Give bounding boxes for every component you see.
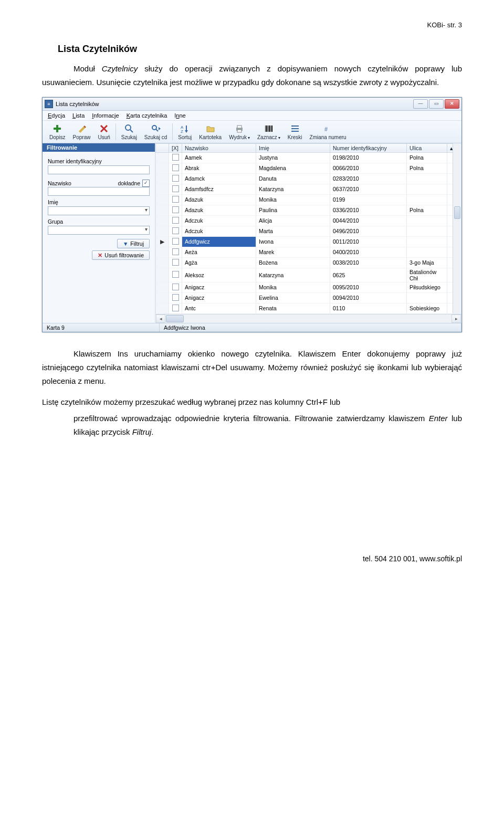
menu-lista[interactable]: Lista <box>72 112 85 119</box>
menu-karta[interactable]: Karta czytelnika <box>127 112 167 119</box>
minimize-button[interactable]: — <box>413 99 428 109</box>
svg-marker-2 <box>79 127 85 133</box>
menu-inne[interactable]: Inne <box>174 112 185 119</box>
svg-marker-10 <box>159 127 161 130</box>
tb-szukaj[interactable]: Szukaj <box>118 122 141 141</box>
titlebar: ≡ Lista czytelników — ▭ ✕ <box>43 98 461 111</box>
maximize-button[interactable]: ▭ <box>429 99 444 109</box>
page-footer: tel. 504 210 001, www.softik.pl <box>42 554 462 563</box>
btn-usun-filtrowanie[interactable]: ✕ Usuń filtrowanie <box>92 250 150 260</box>
svg-rect-22 <box>270 125 271 132</box>
tb-popraw[interactable]: Popraw <box>69 122 94 141</box>
print-icon <box>229 123 250 134</box>
svg-marker-14 <box>185 130 188 133</box>
svg-point-29 <box>291 130 292 131</box>
svg-rect-19 <box>266 125 267 132</box>
col-numer[interactable]: Numer identyfikacyjny <box>330 143 407 152</box>
tb-zaznacz[interactable]: Zaznacz▾ <box>254 122 284 141</box>
sidebar-filter: Filtrowanie Numer identyfikacyjny Nazwis… <box>43 143 155 323</box>
vertical-scrollbar[interactable] <box>453 143 461 313</box>
tb-szukaj-cd[interactable]: Szukaj cd <box>141 122 171 141</box>
table-row[interactable]: AgżaBożena0038/20103-go Maja <box>156 257 461 268</box>
table-row[interactable]: AntcRenata0110Sobieskiego <box>156 303 461 313</box>
window-lista-czytelnikow: ≡ Lista czytelników — ▭ ✕ Edycja Lista I… <box>42 97 462 332</box>
search-icon <box>121 123 137 134</box>
app-icon: ≡ <box>45 100 53 108</box>
menu-edycja[interactable]: Edycja <box>48 112 65 119</box>
statusbar: Karta 9 Addfgwicz Iwona <box>43 323 461 332</box>
table-row[interactable]: AdamckDanuta0283/2010 <box>156 173 461 184</box>
table-row[interactable]: AnigaczMonika0095/2010Piłsudskiego <box>156 282 461 292</box>
lbl-nazwisko: Nazwisko <box>48 180 71 186</box>
menu-informacje[interactable]: Informacje <box>92 112 119 119</box>
svg-text:#: # <box>324 126 328 132</box>
edit-icon <box>73 123 91 134</box>
list-icon <box>288 123 302 134</box>
page-header-right: KOBi- str. 3 <box>42 21 462 29</box>
x-icon: ✕ <box>98 252 102 258</box>
table-row[interactable]: AdazukMonika0199 <box>156 194 461 205</box>
table-row[interactable]: AdamfsdfczKatarzyna0637/2010 <box>156 184 461 194</box>
col-ulica[interactable]: Ulica <box>407 143 447 152</box>
input-numer[interactable] <box>48 165 150 174</box>
table-row[interactable]: AbrakMagdalena0066/2010Polna <box>156 163 461 173</box>
tb-zmiana-numeru[interactable]: # Zmiana numeru <box>306 122 350 141</box>
col-imie[interactable]: Imię <box>256 143 330 152</box>
svg-rect-20 <box>268 125 268 132</box>
window-title: Lista czytelników <box>56 101 99 107</box>
paragraph-3a: Listę czytelników możemy przeszukać wedł… <box>42 395 462 409</box>
table-row[interactable]: AdczukMarta0496/2010 <box>156 226 461 236</box>
paragraph-3b: przefiltrować wprowadzając odpowiednie k… <box>42 412 462 439</box>
paragraph-2: Klawiszem Ins uruchamiamy okienko nowego… <box>42 347 462 389</box>
checkbox-dokladne[interactable]: dokładne ✓ <box>118 180 150 187</box>
btn-filtruj[interactable]: ▼ Filtruj <box>117 239 150 248</box>
col-indicator <box>156 143 169 152</box>
col-nazwisko[interactable]: Nazwisko <box>182 143 256 152</box>
delete-icon <box>98 123 110 134</box>
tb-kreski[interactable]: Kreski <box>284 122 306 141</box>
svg-rect-16 <box>237 125 242 128</box>
folder-icon <box>199 123 222 134</box>
tb-sortuj[interactable]: AZ Sortuj <box>174 122 195 141</box>
tb-wydruk[interactable]: Wydruk▾ <box>225 122 254 141</box>
data-grid[interactable]: [X] Nazwisko Imię Numer identyfikacyjny … <box>155 143 461 323</box>
toolbar: Dopisz Popraw Usuń Szukaj Szukaj cd AZ <box>43 121 461 143</box>
tb-usun[interactable]: Usuń <box>94 122 113 141</box>
tb-kartoteka[interactable]: Kartoteka <box>195 122 225 141</box>
col-check[interactable]: [X] <box>169 143 182 152</box>
svg-point-27 <box>291 125 292 126</box>
select-imie[interactable] <box>48 206 150 215</box>
svg-rect-17 <box>237 130 242 132</box>
lbl-imie: Imię <box>48 199 150 205</box>
menubar: Edycja Lista Informacje Karta czytelnika… <box>43 111 461 121</box>
lbl-numer: Numer identyfikacyjny <box>48 158 150 164</box>
sidebar-header: Filtrowanie <box>43 143 155 152</box>
plus-icon <box>49 123 66 134</box>
svg-line-9 <box>156 129 158 131</box>
search-next-icon <box>144 123 167 134</box>
status-mid: Addfgwicz Iwona <box>160 323 461 332</box>
section-title: Lista Czytelników <box>58 44 462 55</box>
table-row[interactable]: AeżaMarek0400/2010 <box>156 247 461 257</box>
barcode-icon <box>257 123 280 134</box>
table-row[interactable]: AamekJustyna0198/2010Polna <box>156 152 461 163</box>
svg-text:Z: Z <box>181 129 183 133</box>
svg-rect-21 <box>269 125 270 132</box>
table-row[interactable]: AdazukPaulina0336/2010Polna <box>156 205 461 215</box>
lbl-grupa: Grupa <box>48 218 150 225</box>
horizontal-scrollbar[interactable]: ◂ ▸ <box>155 314 461 323</box>
svg-point-28 <box>291 128 292 129</box>
tb-dopisz[interactable]: Dopisz <box>46 122 69 141</box>
input-nazwisko[interactable] <box>48 187 150 196</box>
renumber-icon: # <box>310 123 346 134</box>
svg-point-6 <box>125 125 131 130</box>
svg-rect-1 <box>54 128 61 130</box>
select-grupa[interactable] <box>48 226 150 235</box>
svg-point-8 <box>152 125 156 130</box>
close-button[interactable]: ✕ <box>445 99 459 109</box>
table-row[interactable]: AleksozKatarzyna0625Batalionów Chł <box>156 268 461 282</box>
table-row[interactable]: AnigaczEwelina0094/2010 <box>156 292 461 303</box>
status-left: Karta 9 <box>43 323 160 332</box>
table-row[interactable]: AdczukAlicja0044/2010 <box>156 215 461 226</box>
table-row[interactable]: ▶AddfgwiczIwona0011/2010 <box>156 236 461 247</box>
